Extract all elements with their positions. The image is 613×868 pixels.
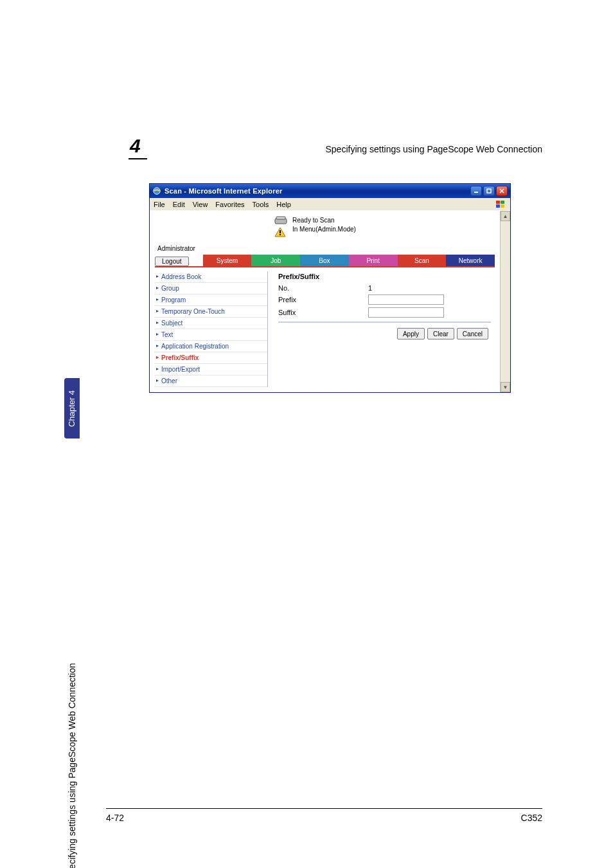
scroll-down-button[interactable]: ▼ [501, 382, 510, 392]
svg-rect-3 [496, 201, 500, 204]
prefix-suffix-panel: Prefix/Suffix No. 1 Prefix Suffix [274, 271, 495, 387]
panel-title: Prefix/Suffix [278, 273, 491, 280]
status-admin-mode-text: In Menu(Admin.Mode) [292, 226, 356, 233]
sidebar-item-program[interactable]: Program [155, 294, 267, 306]
warning-icon [274, 227, 286, 237]
menu-view[interactable]: View [193, 201, 208, 208]
apply-button[interactable]: Apply [397, 328, 425, 339]
side-running-text: Specifying settings using PageScope Web … [64, 442, 80, 777]
window-titlebar: Scan - Microsoft Internet Explorer [150, 184, 510, 198]
tab-network[interactable]: Network [446, 255, 495, 266]
windows-flag-icon [495, 199, 506, 210]
sidebar-item-other[interactable]: Other [155, 375, 267, 387]
main-tabs: Logout System Job Box Print Scan Network [155, 255, 495, 266]
sidebar-item-import-export[interactable]: Import/Export [155, 364, 267, 375]
panel-divider [278, 321, 491, 323]
svg-rect-1 [474, 192, 478, 193]
ie-icon [152, 186, 161, 195]
browser-content: ▲ ▼ Ready to Scan In Menu(Admin.Mode) [150, 211, 510, 392]
sidebar-item-subject[interactable]: Subject [155, 318, 267, 329]
tab-underline [155, 266, 495, 267]
svg-rect-9 [280, 230, 281, 233]
sidebar-item-group[interactable]: Group [155, 283, 267, 294]
status-ready-text: Ready to Scan [292, 217, 356, 224]
minimize-button[interactable] [470, 186, 482, 196]
svg-rect-4 [501, 201, 504, 204]
browser-window: Scan - Microsoft Internet Explorer File … [149, 183, 511, 393]
tab-print[interactable]: Print [349, 255, 398, 266]
menu-tools[interactable]: Tools [253, 201, 269, 208]
tab-scan[interactable]: Scan [398, 255, 447, 266]
sidebar-item-prefix-suffix[interactable]: Prefix/Suffix [155, 352, 267, 364]
scan-sidebar: Address Book Group Program Temporary One… [155, 271, 268, 387]
tab-box[interactable]: Box [300, 255, 349, 266]
svg-rect-6 [501, 204, 504, 208]
sidebar-item-text[interactable]: Text [155, 329, 267, 341]
side-running-text-label: Specifying settings using PageScope Web … [67, 663, 77, 868]
menubar: File Edit View Favorites Tools Help [150, 198, 510, 211]
menu-help[interactable]: Help [276, 201, 291, 208]
logout-button[interactable]: Logout [155, 257, 189, 266]
tab-job[interactable]: Job [251, 255, 300, 266]
vertical-scrollbar[interactable]: ▲ ▼ [500, 211, 510, 392]
menu-edit[interactable]: Edit [173, 201, 185, 208]
cancel-button[interactable]: Cancel [457, 328, 488, 339]
administrator-label: Administrator [155, 245, 495, 252]
chapter-side-tab-label: Chapter 4 [67, 390, 77, 426]
no-label: No. [278, 284, 368, 292]
menu-favorites[interactable]: Favorites [215, 201, 244, 208]
page-header-title: Specifying settings using PageScope Web … [147, 144, 542, 154]
status-row: Ready to Scan In Menu(Admin.Mode) [155, 215, 495, 239]
sidebar-item-application-registration[interactable]: Application Registration [155, 341, 267, 352]
svg-rect-2 [487, 189, 491, 193]
sidebar-item-temporary-one-touch[interactable]: Temporary One-Touch [155, 306, 267, 318]
menu-file[interactable]: File [154, 201, 165, 208]
maximize-button[interactable] [483, 186, 495, 196]
svg-rect-8 [276, 217, 285, 219]
prefix-input[interactable] [368, 294, 444, 305]
suffix-label: Suffix [278, 309, 368, 316]
clear-button[interactable]: Clear [427, 328, 454, 339]
chapter-side-tab: Chapter 4 [64, 378, 80, 439]
footer-model: C352 [521, 813, 542, 823]
chapter-number: 4 [129, 135, 147, 159]
scroll-up-button[interactable]: ▲ [501, 211, 510, 221]
prefix-label: Prefix [278, 296, 368, 303]
no-value: 1 [368, 284, 372, 292]
tab-system[interactable]: System [203, 255, 252, 266]
suffix-input[interactable] [368, 307, 444, 318]
sidebar-item-address-book[interactable]: Address Book [155, 271, 267, 283]
svg-rect-10 [280, 234, 281, 235]
svg-rect-5 [496, 204, 500, 208]
close-button[interactable] [496, 186, 508, 196]
window-title: Scan - Microsoft Internet Explorer [164, 187, 469, 195]
scanner-icon [274, 216, 287, 225]
footer-page-number: 4-72 [106, 813, 124, 823]
